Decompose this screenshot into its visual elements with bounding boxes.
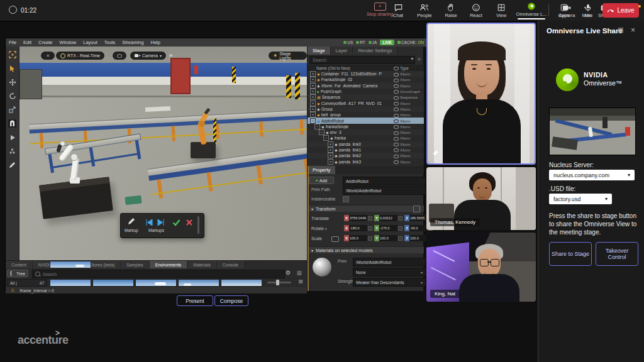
tree-row[interactable]: +◆Xform_For_Animated_CameraXform xyxy=(308,83,424,89)
participant-video-pinned[interactable] xyxy=(426,23,536,165)
tab-console[interactable]: Console xyxy=(217,261,245,268)
content-search-input[interactable]: Search xyxy=(32,270,285,278)
menu-help[interactable]: Help xyxy=(150,40,160,45)
markup-reject-button[interactable] xyxy=(186,217,193,229)
rotate-x[interactable]: -180.0 xyxy=(349,225,367,231)
menu-layout[interactable]: Layout xyxy=(83,40,97,45)
rotate-y[interactable]: -270.0 xyxy=(379,225,397,231)
environment-thumbnail[interactable] xyxy=(92,279,134,287)
tree-row[interactable]: +◆panda_link3Xform xyxy=(308,158,424,164)
markup-toolbar-scrollbar[interactable] xyxy=(197,216,199,234)
visibility-eye-icon[interactable] xyxy=(394,119,399,123)
snap-tool-icon[interactable] xyxy=(8,119,16,128)
prim-name-field[interactable]: AddtnlRobot xyxy=(343,177,426,185)
axis-checkbox[interactable] xyxy=(398,226,402,231)
translate-z[interactable]: 186.5935 xyxy=(409,215,428,221)
rotate-z[interactable]: -90.0 xyxy=(409,225,428,231)
react-button[interactable]: React xyxy=(463,2,489,19)
axis-checkbox[interactable] xyxy=(368,216,372,221)
tree-row[interactable]: −◆frankaSingleXform xyxy=(308,124,424,129)
pin-icon[interactable] xyxy=(432,148,439,159)
compose-button[interactable]: Compose xyxy=(214,295,248,306)
tree-row[interactable]: +◆panda_link0Xform xyxy=(308,141,424,147)
people-button[interactable]: People xyxy=(411,2,438,19)
expand-toolbar-chevrons[interactable]: » xyxy=(169,52,172,58)
visibility-eye-icon[interactable] xyxy=(394,73,399,77)
tab-environments[interactable]: Environments xyxy=(150,261,188,268)
tab-content[interactable]: Content xyxy=(6,261,33,268)
tab-layer[interactable]: Layer xyxy=(331,47,353,55)
visibility-eye-icon[interactable] xyxy=(394,160,399,164)
visibility-eye-icon[interactable] xyxy=(394,96,399,100)
markup-tool-icon[interactable] xyxy=(8,161,16,169)
nucleus-server-dropdown[interactable]: nucleus.company.com ▾ xyxy=(549,170,635,180)
menu-create[interactable]: Create xyxy=(38,40,53,45)
axis-checkbox[interactable] xyxy=(398,216,402,221)
filter-funnel-icon[interactable]: ▼ xyxy=(410,57,414,61)
tree-row[interactable]: +◆FrankaSingle_02Xform xyxy=(308,77,424,82)
raise-hand-button[interactable]: Raise xyxy=(438,2,464,19)
markup-approve-button[interactable] xyxy=(172,217,180,229)
visibility-eye-icon[interactable] xyxy=(394,102,399,106)
markup-next-button[interactable] xyxy=(157,217,165,229)
tab-materials[interactable]: Materials xyxy=(187,261,217,268)
settings-gear-icon[interactable]: ⚙ xyxy=(286,270,291,276)
participant-video[interactable]: King, Nat xyxy=(426,233,536,302)
menu-tools[interactable]: Tools xyxy=(104,40,116,45)
tree-row[interactable]: +◆panda_link2Xform xyxy=(308,153,424,158)
visibility-eye-icon[interactable] xyxy=(394,84,399,88)
scale-z[interactable]: 100.0 xyxy=(409,235,428,241)
environment-thumbnail[interactable] xyxy=(50,279,91,287)
visibility-eye-icon[interactable] xyxy=(394,131,399,135)
environment-thumbnail[interactable] xyxy=(221,279,262,287)
select-cursor-tool-icon[interactable] xyxy=(8,64,16,72)
participant-video[interactable]: Thomas, Kennedy xyxy=(426,167,536,230)
visibility-eye-icon[interactable] xyxy=(394,114,399,118)
chat-button[interactable]: Chat xyxy=(385,2,411,19)
visibility-eye-icon[interactable] xyxy=(394,148,399,152)
axis-checkbox[interactable] xyxy=(398,236,402,241)
tree-row-selected[interactable]: −◆AddtnlRobotXform xyxy=(308,118,424,123)
environment-thumbnail[interactable] xyxy=(50,261,91,268)
play-tool-icon[interactable] xyxy=(8,133,16,141)
environment-thumbnail[interactable] xyxy=(178,279,219,287)
renderer-button[interactable]: RTX - Real-Time xyxy=(56,52,104,60)
translate-x[interactable]: 3756.0446 xyxy=(349,215,367,221)
tree-view-button[interactable]: Tree xyxy=(7,270,28,277)
material-dropdown[interactable]: None▾ xyxy=(353,268,426,277)
scale-x[interactable]: 100.0 xyxy=(349,235,367,241)
menu-window[interactable]: Window xyxy=(60,40,77,45)
options-list-icon[interactable]: ≡ xyxy=(418,57,421,62)
panel-scrollbar[interactable] xyxy=(308,166,309,291)
panel-more-icon[interactable]: ⋯ xyxy=(606,26,613,34)
tab-samples[interactable]: Samples xyxy=(121,261,149,268)
share-to-stage-button[interactable]: Share to Stage xyxy=(549,242,592,266)
tree-row[interactable]: −◆frankaXform xyxy=(308,135,424,141)
omniverse-app-button[interactable]: Omniverse L... xyxy=(514,2,548,19)
panel-close-icon[interactable]: × xyxy=(631,26,635,35)
slider-handle[interactable] xyxy=(276,280,279,285)
tree-row[interactable]: +◆ConveyorBelt_A17_PR_NVD_01Xform xyxy=(308,100,424,106)
tree-row[interactable]: +◆GroupXform xyxy=(308,106,424,112)
grid-view-icon[interactable]: ▦ xyxy=(298,278,303,284)
visibility-eye-icon[interactable] xyxy=(394,137,399,141)
axis-checkbox[interactable] xyxy=(368,236,372,241)
keyframe-icon[interactable] xyxy=(413,206,420,212)
layout-grid-icon[interactable]: ▦ xyxy=(296,270,302,276)
scale-tool-icon[interactable] xyxy=(8,106,16,114)
camera-menu-button[interactable]: Camera ▾ xyxy=(130,52,166,60)
strength-dropdown[interactable]: Weaker than Descendants▾ xyxy=(353,278,426,287)
present-button[interactable]: Present xyxy=(177,295,213,306)
thumbnail-size-slider[interactable] xyxy=(267,282,291,283)
stage-lights-button[interactable]: ☀ Stage Lights xyxy=(269,52,307,60)
column-name[interactable]: Name (Old to New) xyxy=(308,66,350,70)
material-prim-field[interactable]: /World/AddtnlRobot xyxy=(353,258,426,266)
tab-render-settings[interactable]: Render Settings xyxy=(353,47,397,55)
visibility-eye-icon[interactable] xyxy=(394,143,399,146)
tree-row[interactable]: +◆Container_F11_123x80x89cm_PR_VXform xyxy=(308,71,424,77)
menu-file[interactable]: File xyxy=(9,40,16,45)
tree-row[interactable]: +▦SequenceSequence xyxy=(308,94,424,100)
viewport[interactable]: ≡ RTX - Real-Time Camera ▾ » ☀ Stage Lig… xyxy=(19,47,307,260)
axis-checkbox[interactable] xyxy=(368,226,372,231)
tab-stage[interactable]: Stage xyxy=(308,47,331,55)
